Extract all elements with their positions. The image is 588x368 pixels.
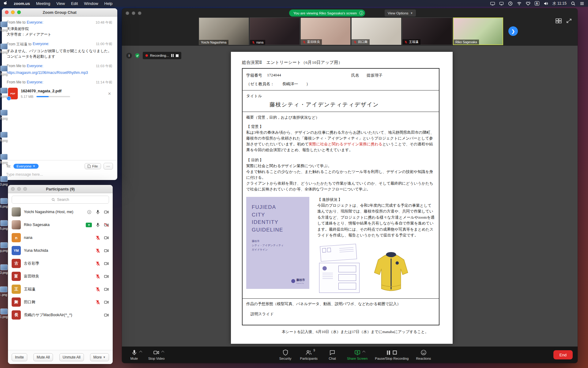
share-options-chevron[interactable] <box>362 351 365 354</box>
menu-clock[interactable]: 水 11:15 <box>552 1 567 6</box>
close-window-button[interactable] <box>11 187 15 191</box>
menu-edit[interactable]: Edit <box>71 1 78 6</box>
meeting-info-icon[interactable]: i <box>126 53 132 59</box>
desktop-file-icon[interactable]: 3.png <box>0 66 8 76</box>
zoom-window-button[interactable] <box>138 11 141 15</box>
mic-muted-icon[interactable] <box>95 274 100 279</box>
volume-icon[interactable] <box>544 1 548 6</box>
minimize-window-button[interactable] <box>11 10 15 14</box>
minimize-window-button[interactable] <box>17 187 21 191</box>
zoom-window-button[interactable] <box>23 187 27 191</box>
camera-icon[interactable] <box>104 287 109 292</box>
spotlight-search-icon[interactable] <box>571 1 575 6</box>
more-button[interactable]: More ▼ <box>90 353 109 361</box>
more-options-button[interactable]: ⋯ <box>104 163 113 170</box>
video-thumbnail[interactable]: 富田咲良 <box>300 17 351 45</box>
security-shield-icon[interactable] <box>134 53 140 59</box>
message-link[interactable]: https://nagasm.org/1106/macs/RissetRhyth… <box>7 70 88 75</box>
desktop-file-icon[interactable]: 5.png <box>0 220 8 230</box>
desktop-file-icon[interactable]: g.png <box>0 242 8 252</box>
desktop-file-icon[interactable]: 3.png <box>0 88 8 98</box>
participant-row[interactable]: 王 王福瀛 <box>8 283 113 296</box>
camera-icon[interactable] <box>104 274 109 279</box>
desktop-file-icon[interactable]: 8.png <box>0 44 8 54</box>
mic-options-chevron[interactable] <box>139 351 142 354</box>
mic-muted-icon[interactable] <box>95 300 100 305</box>
desktop-file-icon[interactable]: -.png <box>0 286 7 297</box>
apple-menu-icon[interactable] <box>4 1 8 6</box>
reactions-button[interactable]: Reactions <box>413 348 433 362</box>
mute-all-button[interactable]: Mute All <box>33 353 53 361</box>
participant-row[interactable]: 古 古谷彩季 <box>8 257 113 270</box>
stop-recording-icon[interactable] <box>176 54 179 57</box>
mic-muted-icon[interactable] <box>95 235 100 240</box>
video-options-chevron[interactable] <box>161 351 164 354</box>
participant-row[interactable]: 舞 田口舞 <box>8 296 113 309</box>
menu-view[interactable]: View <box>56 1 65 6</box>
view-options-button[interactable]: View Options ▼ <box>385 10 416 17</box>
mute-button[interactable]: Mute <box>124 348 144 362</box>
minimize-window-button[interactable] <box>132 11 135 15</box>
invite-button[interactable]: Invite <box>12 353 27 361</box>
mic-muted-icon[interactable] <box>95 287 100 292</box>
desktop-file-icon[interactable]: 6.png <box>0 198 8 208</box>
wifi-icon[interactable] <box>517 1 522 6</box>
attach-file-button[interactable]: File <box>85 163 101 169</box>
video-thumbnail[interactable]: Yoichi Nagashima <box>199 17 249 45</box>
display-icon[interactable] <box>499 1 504 6</box>
desktop-file-icon[interactable]: 8.png <box>0 154 8 164</box>
video-thumbnail-active-sharer[interactable]: Riko Sagesaka <box>453 17 503 45</box>
participant-row[interactable]: 富 富田咲良 <box>8 270 113 283</box>
time-machine-icon[interactable] <box>508 1 513 6</box>
camera-icon[interactable] <box>104 248 109 253</box>
camera-icon[interactable] <box>104 312 109 318</box>
video-thumbnail[interactable]: 王福瀛 <box>402 17 452 45</box>
camera-icon[interactable] <box>104 235 109 240</box>
menu-window[interactable]: Window <box>84 1 98 6</box>
menu-meeting[interactable]: Meeting <box>36 1 50 6</box>
participant-row-sharer[interactable]: Riko Sagesaka <box>8 218 113 231</box>
stop-recording-icon[interactable] <box>393 351 397 355</box>
fullscreen-icon[interactable] <box>566 18 572 23</box>
input-source-icon[interactable]: A <box>535 1 539 6</box>
desktop-file-icon[interactable]: 6.png <box>0 132 8 142</box>
end-meeting-button[interactable]: End <box>553 350 573 359</box>
next-page-thumbnails-button[interactable]: ❯ <box>508 26 518 36</box>
close-window-button[interactable] <box>126 11 129 15</box>
mic-muted-icon[interactable] <box>95 261 100 266</box>
gallery-view-icon[interactable] <box>556 18 562 23</box>
mic-icon[interactable] <box>95 209 100 215</box>
camera-off-icon[interactable] <box>104 222 109 228</box>
desktop-file-icon[interactable]: 3.png <box>0 176 8 186</box>
chat-message-input[interactable] <box>6 172 113 177</box>
notification-center-icon[interactable] <box>580 1 584 6</box>
participant-row[interactable]: 長 長嶋のサブMacBookAir(^_^) <box>8 309 113 321</box>
desktop-file-icon[interactable]: 1.png <box>0 21 8 32</box>
pause-recording-icon[interactable] <box>171 54 174 57</box>
chat-titlebar[interactable]: Zoom Group Chat <box>2 8 117 17</box>
participant-row-host[interactable]: Yoichi Nagashima (Host, me) <box>8 205 113 218</box>
heart-icon[interactable] <box>526 1 530 6</box>
desktop-file-icon[interactable]: 1.png <box>0 309 8 319</box>
camera-icon[interactable] <box>104 300 109 305</box>
participant-row[interactable]: n nana <box>8 231 113 244</box>
chat-button[interactable]: Chat <box>322 348 342 362</box>
close-window-button[interactable] <box>5 10 9 14</box>
camera-icon[interactable] <box>104 261 109 266</box>
participant-row[interactable]: YM Yuna Mochida <box>8 244 113 257</box>
stop-video-button[interactable]: Stop Video <box>146 348 167 362</box>
mic-icon[interactable] <box>95 222 100 228</box>
video-thumbnail[interactable]: nana <box>250 17 300 45</box>
participants-titlebar[interactable]: Participants (9) <box>8 185 113 193</box>
mic-muted-icon[interactable] <box>95 248 100 253</box>
pause-stop-recording-button[interactable]: Pause/Stop Recording <box>372 348 411 362</box>
participants-search-input[interactable]: Search <box>12 196 109 204</box>
pause-recording-icon[interactable] <box>387 351 390 355</box>
cancel-download-button[interactable]: ✕ <box>108 91 111 96</box>
menu-app-name[interactable]: zoom.us <box>14 1 30 6</box>
menu-help[interactable]: Help <box>104 1 113 6</box>
screen-mirroring-icon[interactable] <box>490 1 495 6</box>
recipient-selector[interactable]: Everyone ▼ <box>13 164 39 169</box>
unmute-all-button[interactable]: Unmute All <box>59 353 84 361</box>
video-thumbnail[interactable]: 田口舞 <box>351 17 401 45</box>
